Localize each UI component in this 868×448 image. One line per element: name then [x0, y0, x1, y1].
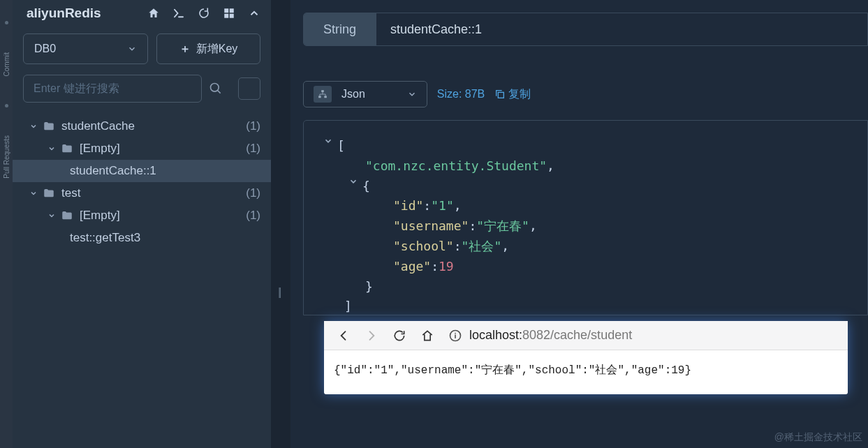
chevron-down-icon: [46, 144, 57, 153]
json-field: "username": "宁在春",: [319, 216, 852, 237]
tree-label: studentCache::1: [70, 164, 156, 178]
new-key-label: 新增Key: [196, 42, 238, 57]
grid-icon[interactable]: [223, 7, 235, 20]
svg-rect-1: [230, 8, 234, 13]
gutter-label[interactable]: Pull Requests: [3, 135, 10, 179]
copy-label: 复制: [508, 87, 531, 102]
tree-label: test: [61, 186, 80, 200]
tree-count: (1): [246, 119, 260, 133]
chevron-up-icon[interactable]: [248, 7, 260, 20]
forward-icon[interactable]: [365, 329, 378, 343]
tree-label: studentCache: [61, 119, 135, 133]
json-viewer[interactable]: ["com.nzc.entity.Student",{"id": "1","us…: [303, 120, 868, 315]
json-class: "com.nzc.entity.Student": [365, 156, 547, 177]
reload-icon[interactable]: [392, 329, 406, 343]
key-tree: studentCache(1)[Empty](1)studentCache::1…: [13, 111, 271, 448]
folder-icon: [60, 209, 74, 222]
main-panel: String studentCache::1 Json Size: 87B 复制…: [290, 0, 868, 448]
new-key-button[interactable]: ＋ 新增Key: [156, 33, 260, 64]
tree-key[interactable]: studentCache::1: [13, 160, 271, 182]
collapse-caret-icon[interactable]: [344, 177, 362, 186]
json-field: "school": "社会",: [319, 237, 852, 257]
search-row: [13, 71, 271, 111]
watermark: @稀土掘金技术社区: [774, 431, 862, 444]
collapse-caret-icon[interactable]: [319, 136, 337, 146]
copy-icon: [494, 89, 506, 100]
hierarchy-icon: [314, 86, 332, 103]
ide-left-gutter: Commit Pull Requests: [0, 0, 13, 448]
tree-folder[interactable]: [Empty](1): [13, 137, 271, 160]
format-label: Json: [341, 88, 365, 100]
svg-rect-2: [224, 14, 228, 18]
key-header: String studentCache::1: [303, 13, 868, 46]
format-toolbar: Json Size: 87B 复制: [303, 81, 868, 107]
home-icon[interactable]: [420, 329, 434, 343]
browser-window: localhost:8082/cache/student {"id":"1","…: [324, 321, 848, 394]
size-text: Size: 87B: [437, 88, 485, 100]
gutter-dot: [5, 104, 8, 107]
url-bar[interactable]: localhost:8082/cache/student: [448, 328, 835, 343]
tree-folder[interactable]: [Empty](1): [13, 204, 271, 227]
copy-button[interactable]: 复制: [494, 87, 531, 102]
header-actions: [147, 7, 260, 20]
tree-folder[interactable]: test(1): [13, 182, 271, 204]
chevron-down-icon: [407, 89, 417, 99]
gutter-label[interactable]: Commit: [3, 52, 10, 76]
filter-button[interactable]: [238, 77, 260, 100]
drag-handle-icon: ||: [278, 286, 282, 306]
search-input[interactable]: [23, 75, 202, 103]
tree-label: [Empty]: [80, 209, 120, 223]
url-host: localhost:: [469, 328, 522, 342]
chevron-down-icon: [28, 189, 39, 197]
browser-body: {"id":"1","username":"宁在春","school":"社会"…: [324, 350, 848, 394]
type-badge: String: [304, 13, 376, 45]
pane-divider[interactable]: ||: [271, 0, 290, 448]
tree-count: (1): [246, 142, 260, 156]
search-icon[interactable]: [209, 82, 223, 96]
url-path: 8082/cache/student: [522, 328, 632, 342]
chevron-down-icon: [127, 44, 137, 54]
sidebar-header: aliyunRedis: [13, 0, 271, 27]
tree-count: (1): [246, 186, 260, 200]
format-selector[interactable]: Json: [303, 81, 427, 107]
json-field: "age": 19: [319, 257, 852, 277]
folder-icon: [42, 120, 56, 133]
svg-rect-7: [324, 96, 327, 98]
svg-point-4: [211, 84, 219, 92]
terminal-icon[interactable]: [172, 7, 185, 20]
tree-label: test::getTest3: [70, 231, 140, 245]
svg-rect-3: [230, 14, 234, 18]
chevron-down-icon: [28, 122, 39, 130]
tree-key[interactable]: test::getTest3: [13, 227, 271, 249]
json-field: "id": "1",: [319, 196, 852, 216]
browser-toolbar: localhost:8082/cache/student: [324, 321, 848, 350]
key-name: studentCache::1: [376, 13, 867, 45]
folder-icon: [42, 187, 56, 200]
svg-rect-6: [318, 96, 321, 98]
tree-count: (1): [246, 209, 260, 223]
svg-rect-5: [321, 90, 324, 92]
redis-sidebar: aliyunRedis DB0 ＋ 新增Key studentCache(1)[…: [13, 0, 271, 448]
home-icon[interactable]: [147, 7, 160, 20]
back-icon[interactable]: [337, 329, 351, 343]
tree-label: [Empty]: [80, 142, 120, 156]
db-controls: DB0 ＋ 新增Key: [13, 27, 271, 71]
plus-icon: ＋: [179, 42, 191, 57]
gutter-dot: [5, 21, 8, 24]
svg-rect-0: [224, 8, 228, 13]
db-selector[interactable]: DB0: [23, 33, 148, 64]
folder-icon: [60, 142, 74, 155]
refresh-icon[interactable]: [198, 7, 210, 20]
db-selector-label: DB0: [34, 43, 56, 55]
tree-folder[interactable]: studentCache(1): [13, 115, 271, 137]
svg-rect-8: [499, 92, 504, 98]
info-icon: [448, 329, 462, 343]
chevron-down-icon: [46, 211, 57, 220]
connection-title: aliyunRedis: [27, 6, 101, 21]
